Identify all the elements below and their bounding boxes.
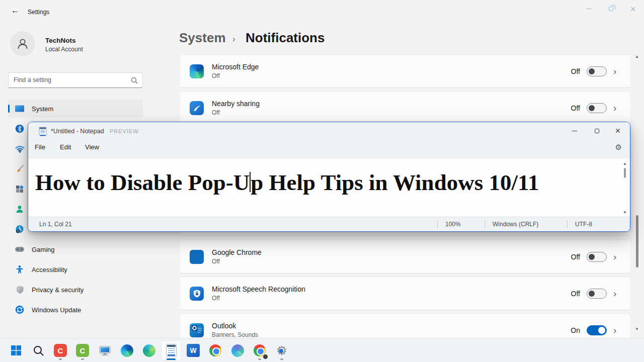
notepad-window-title: *Untitled - Notepad (51, 128, 104, 135)
page-title: Notifications (246, 30, 325, 46)
scrollbar-down-arrow[interactable] (635, 327, 639, 331)
chevron-right-icon[interactable] (613, 252, 620, 261)
windows-update-icon (15, 305, 25, 315)
notepad-scroll-up-arrow[interactable] (623, 161, 627, 166)
nearby-sharing-icon (190, 101, 204, 115)
notepad-settings-gear-icon[interactable] (615, 143, 622, 152)
toggle-switch[interactable] (587, 66, 607, 76)
notification-row-microsoft-edge[interactable]: Microsoft Edge Off Off (179, 54, 631, 88)
notepad-content: How to Disable Pop-Up Help Tips in Windo… (35, 169, 539, 196)
cursor-position: Ln 1, Col 21 (39, 221, 72, 228)
notepad-maximize-button[interactable] (586, 123, 608, 138)
start-button[interactable] (6, 340, 26, 360)
person-icon (16, 37, 29, 50)
sidebar-item-system[interactable]: System (8, 100, 143, 118)
notepad-minimize-button[interactable] (564, 123, 586, 138)
taskbar-edge-beta-button[interactable] (139, 340, 159, 360)
speech-recognition-icon (190, 287, 204, 301)
chevron-right-icon[interactable] (613, 325, 620, 335)
sidebar-item-accessibility[interactable]: Accessibility (8, 260, 143, 279)
sidebar-item-windows-update[interactable]: Windows Update (8, 301, 143, 319)
toggle-switch[interactable] (587, 289, 607, 299)
scrollbar-thumb[interactable] (636, 215, 638, 267)
zoom-level: 100% (445, 221, 461, 228)
taskbar-word-button[interactable] (183, 340, 203, 360)
system-icon (15, 104, 25, 114)
wifi-icon (15, 144, 25, 154)
taskbar-camtasia-recorder-button[interactable] (72, 340, 93, 360)
toggle-switch[interactable] (587, 103, 607, 113)
preview-badge: PREVIEW (110, 128, 139, 134)
taskbar-chrome-profile-button[interactable] (250, 340, 270, 360)
notepad-scroll-down-arrow[interactable] (623, 210, 627, 215)
camtasia-icon (54, 344, 67, 357)
profile-badge (263, 354, 268, 359)
sidebar-item-gaming[interactable]: Gaming (8, 240, 143, 258)
chevron-right-icon[interactable] (613, 103, 620, 113)
taskbar-search-button[interactable] (28, 340, 48, 360)
taskbar-this-pc-button[interactable] (95, 340, 115, 360)
taskbar-chrome-button[interactable] (205, 340, 225, 360)
toggle-switch[interactable] (587, 325, 607, 335)
search-icon (131, 77, 138, 84)
notification-row-speech-recognition[interactable]: Microsoft Speech Recognition Off Off (179, 277, 631, 310)
notepad-text-after-caret: p Help Tips in Windows 10/11 (251, 170, 539, 195)
chevron-right-icon[interactable] (613, 289, 620, 298)
notepad-text-area[interactable]: How to Disable Pop-Up Help Tips in Windo… (28, 158, 630, 218)
menu-file[interactable]: File (35, 143, 45, 151)
apps-icon (15, 184, 25, 194)
minimize-button[interactable] (578, 0, 600, 17)
accessibility-person-icon (15, 264, 25, 275)
edge-beta-icon (143, 344, 155, 357)
camtasia-recorder-icon (76, 344, 89, 357)
menu-edit[interactable]: Edit (60, 143, 71, 151)
settings-gear-icon (276, 344, 287, 357)
restore-button[interactable] (600, 0, 622, 17)
notepad-close-button[interactable] (607, 123, 629, 138)
notepad-scrollbar-thumb[interactable] (624, 168, 626, 178)
notification-row-nearby-sharing[interactable]: Nearby sharing Off Off (179, 91, 631, 125)
scrollbar-up-arrow[interactable] (635, 54, 639, 59)
search-box[interactable] (8, 72, 143, 88)
notepad-window: *Untitled - Notepad PREVIEW File Edit Vi… (28, 122, 630, 232)
microsoft-edge-icon (121, 344, 133, 357)
notepad-title-bar[interactable]: *Untitled - Notepad PREVIEW File Edit Vi… (28, 122, 630, 158)
personalization-brush-icon (15, 164, 25, 174)
chevron-right-icon[interactable] (613, 66, 620, 76)
google-chrome-icon (209, 344, 221, 356)
gaming-controller-icon (15, 244, 25, 254)
menu-view[interactable]: View (85, 143, 99, 151)
search-input[interactable] (9, 73, 124, 86)
back-arrow-icon[interactable] (7, 4, 23, 17)
settings-app-title: Settings (28, 9, 49, 16)
search-icon (33, 345, 44, 356)
windows-logo-icon (10, 344, 22, 356)
taskbar-edge-button[interactable] (117, 340, 137, 360)
taskbar: 3:49 PM 12/19/2021 (0, 338, 644, 362)
accounts-person-icon (15, 204, 25, 214)
time-language-clock-icon (15, 224, 25, 234)
user-avatar[interactable] (10, 31, 35, 56)
taskbar-settings-button[interactable] (272, 340, 292, 360)
word-icon (187, 344, 200, 357)
breadcrumb-parent[interactable]: System (179, 30, 226, 46)
user-account-type: Local Account (45, 46, 83, 53)
this-pc-icon (99, 345, 111, 356)
toggle-switch[interactable] (587, 252, 607, 262)
encoding: UTF-8 (575, 221, 592, 228)
notepad-status-bar: Ln 1, Col 21 100% Windows (CRLF) UTF-8 (28, 217, 630, 231)
taskbar-camtasia-button[interactable] (50, 340, 70, 360)
taskbar-edge-dev-button[interactable] (227, 340, 248, 360)
close-button[interactable] (622, 0, 644, 17)
microsoft-edge-icon (190, 64, 204, 78)
bluetooth-icon (15, 124, 25, 134)
google-chrome-icon (190, 250, 204, 264)
outlook-icon (190, 323, 204, 337)
settings-title-bar: Settings (0, 0, 644, 20)
sidebar-item-privacy-security[interactable]: Privacy & security (8, 281, 143, 299)
notepad-text-before-caret: How to Disable Pop-U (35, 170, 250, 195)
line-ending: Windows (CRLF) (493, 221, 538, 228)
notification-row-google-chrome[interactable]: Google Chrome Off Off (179, 240, 631, 274)
user-name: TechNots (45, 37, 76, 44)
taskbar-notepad-button[interactable] (161, 340, 181, 360)
